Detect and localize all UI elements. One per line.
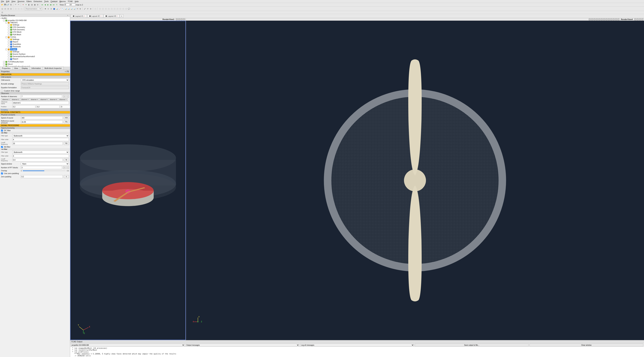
- visibility-toggle-icon[interactable]: [6, 48, 7, 50]
- view-icon[interactable]: [613, 18, 614, 20]
- view-icon[interactable]: [608, 18, 610, 20]
- tool-icon[interactable]: 📉: [62, 7, 64, 10]
- section-scripting[interactable]: Scripting: [0, 109, 70, 111]
- view-icon[interactable]: [601, 18, 602, 20]
- speed-of-sound-input[interactable]: [21, 116, 63, 119]
- visibility-toggle-icon[interactable]: [6, 22, 7, 23]
- observer-tab[interactable]: observer 3: [20, 98, 30, 101]
- speed-of-sound-unit[interactable]: m/s: [64, 116, 69, 119]
- menu-macros[interactable]: Macros: [60, 0, 66, 2]
- observer-tab[interactable]: observer 6: [48, 98, 58, 101]
- time-step-input[interactable]: [70, 3, 76, 6]
- section-caa-analysis[interactable]: CAA analysis: [0, 76, 70, 78]
- pipeline-tree[interactable]: ▪ builtin:propeller-DJI-9450-6MTMESH1Set…: [0, 17, 70, 66]
- tool-icon[interactable]: 💬: [128, 7, 130, 10]
- save-icon[interactable]: 💾: [66, 70, 69, 73]
- tree-item[interactable]: Slice1: [3, 63, 70, 65]
- menu-filters[interactable]: Filters: [26, 0, 32, 2]
- tool-icon[interactable]: 📊: [56, 7, 58, 10]
- menu-catalyst[interactable]: Catalyst: [51, 0, 58, 2]
- layout-tab-1[interactable]: ▣ Layout #1×: [71, 14, 87, 17]
- open-icon[interactable]: 📂: [1, 3, 4, 6]
- tool-icon[interactable]: ⬚: [20, 7, 22, 10]
- output-filter1-select[interactable]: Output messages: [186, 344, 299, 347]
- dc-filter-order-input[interactable]: [12, 138, 69, 141]
- aa-filter-checkbox[interactable]: [1, 146, 3, 148]
- observer-tab[interactable]: observer 2: [10, 98, 20, 101]
- tool-icon[interactable]: ⊡: [10, 7, 12, 10]
- tool-icon[interactable]: ◱: [1, 7, 4, 10]
- view-icon[interactable]: [618, 18, 619, 20]
- tool-icon[interactable]: ▦: [34, 3, 36, 6]
- signal-window-select[interactable]: Hann: [21, 162, 69, 165]
- section-physical-constants[interactable]: PHYSICAL CONSTANTS: [0, 111, 70, 113]
- tool-icon[interactable]: 📊: [70, 7, 73, 10]
- fft-minus-button[interactable]: −: [66, 166, 69, 169]
- fft-blocks-input[interactable]: [21, 166, 62, 169]
- num-observers-input[interactable]: [21, 95, 62, 98]
- visibility-toggle-icon[interactable]: [6, 36, 7, 38]
- tool-icon[interactable]: ⬚: [125, 7, 127, 10]
- tool-icon[interactable]: ✖: [44, 7, 46, 10]
- save-icon[interactable]: 💾: [4, 3, 6, 6]
- observer-tab[interactable]: observer 4: [30, 98, 39, 101]
- tab-multiblock[interactable]: Multi-block Inspector: [42, 66, 64, 70]
- tool-icon[interactable]: ⬚: [119, 7, 122, 10]
- visibility-toggle-icon[interactable]: [8, 51, 10, 53]
- observer-tab[interactable]: observer 5: [39, 98, 49, 101]
- layout-tab-2[interactable]: ▣ Layout #2×: [87, 14, 103, 17]
- section-simulation[interactable]: SIMULATION: [0, 73, 70, 76]
- view-icon[interactable]: [594, 18, 596, 20]
- tool-icon[interactable]: ⬚: [14, 7, 17, 10]
- tree-item[interactable]: GenerateSurfaceNormals2: [3, 65, 70, 66]
- view-icon[interactable]: [181, 18, 182, 20]
- tab-information[interactable]: Information: [30, 66, 43, 70]
- tool-icon[interactable]: ⬚: [102, 7, 104, 10]
- disconnect-icon[interactable]: ⛓: [10, 3, 12, 6]
- tool-icon[interactable]: ⊚: [90, 7, 92, 10]
- view-icon[interactable]: [610, 18, 612, 20]
- zero-padding-input[interactable]: [21, 175, 63, 178]
- tool-icon[interactable]: ▤: [30, 3, 33, 6]
- tree-root[interactable]: ▪ builtin:propeller-DJI-9450-6MTMESH1Set…: [1, 17, 70, 66]
- view-icon[interactable]: [637, 18, 638, 20]
- restore-icon[interactable]: ⟲: [64, 70, 66, 73]
- layout-tab-add[interactable]: +: [120, 14, 123, 17]
- visibility-toggle-icon[interactable]: [8, 41, 10, 43]
- tab-properties[interactable]: Properties: [0, 66, 12, 70]
- tool-icon[interactable]: ⊞: [36, 3, 39, 6]
- tree-item[interactable]: FEA Geometry: [8, 28, 70, 31]
- position-y-input[interactable]: [36, 105, 60, 108]
- aa-filter-order-input[interactable]: [12, 154, 69, 157]
- visibility-toggle-icon[interactable]: [8, 53, 10, 55]
- visibility-toggle-icon[interactable]: [8, 46, 10, 47]
- tool-icon[interactable]: 📊: [73, 7, 76, 10]
- tree-item[interactable]: Quantities: [8, 43, 70, 45]
- tree-item[interactable]: FEA Mesh: [8, 33, 70, 36]
- position-x-input[interactable]: [12, 105, 36, 108]
- tree-item[interactable]: TMESH1SettingsCFD GeometryFEA GeometryCF…: [6, 21, 70, 36]
- view-icon[interactable]: [596, 18, 598, 20]
- tool-icon[interactable]: ✦: [22, 3, 24, 6]
- tool-icon[interactable]: ◰: [4, 7, 6, 10]
- render-view-4[interactable]: X Y Z: [186, 21, 644, 340]
- layout-tab-3[interactable]: ▣ Layout #3×: [104, 14, 120, 17]
- aa-cutoff-unit[interactable]: fs: [64, 158, 69, 161]
- view-icon[interactable]: [606, 18, 608, 20]
- prev-frame-icon[interactable]: ◀: [44, 3, 46, 6]
- visibility-toggle-icon[interactable]: [8, 34, 10, 35]
- play-icon[interactable]: ▶: [47, 3, 49, 6]
- view-icon[interactable]: [176, 18, 178, 20]
- tree-item[interactable]: TCAA1SettingsSource SurfaceGenerateSurfa…: [6, 48, 70, 60]
- visibility-toggle-icon[interactable]: [8, 56, 10, 57]
- connect-icon[interactable]: 🔗: [7, 3, 9, 6]
- section-physical-constants-sub[interactable]: Physical constants: [0, 113, 70, 116]
- dc-filter-checkbox[interactable]: [1, 130, 3, 131]
- view-icon[interactable]: [634, 18, 636, 20]
- observer-tab[interactable]: observer 7: [58, 98, 68, 101]
- tree-item[interactable]: Settings: [8, 50, 70, 53]
- dc-cutoff-input[interactable]: [12, 142, 63, 145]
- view-icon[interactable]: [603, 18, 605, 20]
- view-icon[interactable]: [589, 18, 591, 20]
- tool-icon[interactable]: ⬤: [53, 7, 55, 10]
